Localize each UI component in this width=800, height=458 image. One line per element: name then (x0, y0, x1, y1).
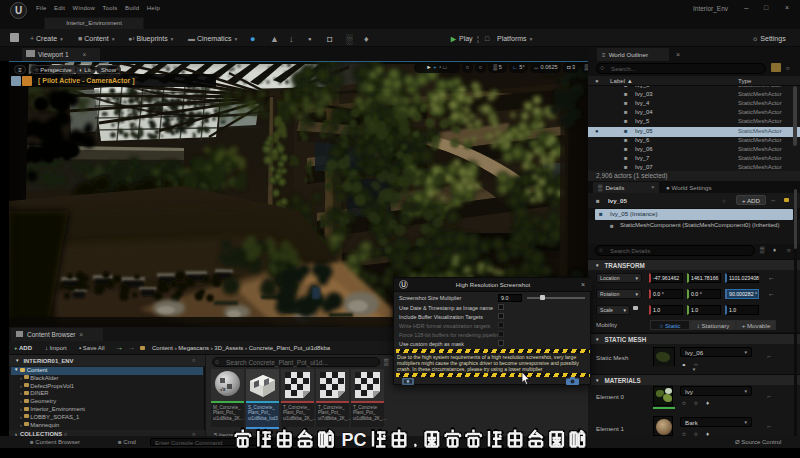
svg-text:PC: PC (342, 430, 367, 450)
